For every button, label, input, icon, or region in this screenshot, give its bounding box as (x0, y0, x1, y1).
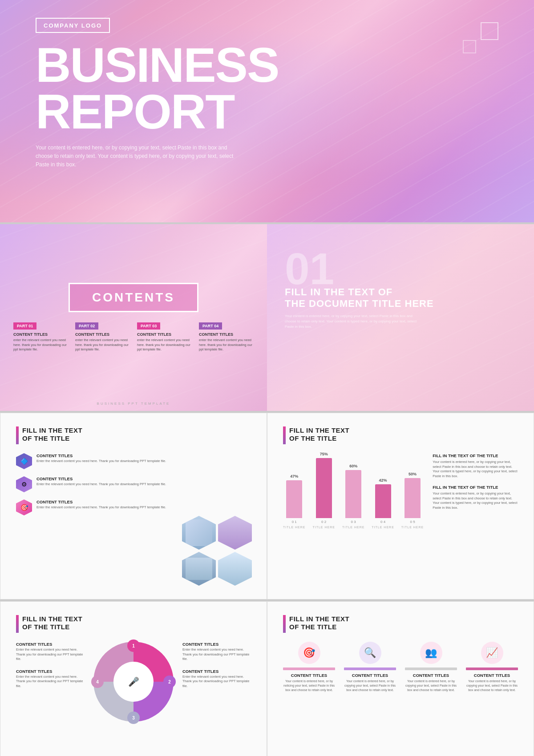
contents-parts: PART 01 CONTENT TITLES enter the relevan… (0, 321, 267, 352)
contents-label: CONTENTS (92, 290, 175, 304)
accent-bar-7 (283, 615, 286, 633)
circle-item-4: CONTENT TITLES Enter the relevant conten… (182, 669, 251, 689)
icon-body-3: Enter the relevant content you need here… (36, 505, 166, 510)
contents-box: CONTENTS (69, 283, 198, 312)
icon-body-1: Enter the relevant content you need here… (36, 459, 166, 464)
bar-fill-2 (316, 458, 332, 518)
chart-area: 47% 0 1 TITLE HERE 75% 0 2 TITLE HERE 60… (283, 453, 518, 533)
icon-hex-1: 🔷 (16, 453, 32, 469)
hex-purple (218, 516, 252, 550)
section01-subtitle: Your content is entered here, or by copy… (285, 314, 418, 330)
part-col-4: PART 04 CONTENT TITLES enter the relevan… (199, 321, 254, 352)
num-badge-3: 3 (127, 712, 140, 724)
part-text-4: enter the relevant content you need here… (199, 338, 254, 352)
circle-item-1: CONTENT TITLES Enter the relevant conten… (16, 642, 85, 662)
accent-bar-6 (16, 615, 19, 633)
icon-row-1: 🔷 CONTENT TITLES Enter the relevant cont… (16, 453, 251, 469)
icon-col-4: 📈 CONTENT TITLES Your content is entered… (466, 642, 518, 692)
slide-icons-hexagons: FILL IN THE TEXT OF THE TITLE 🔷 CONTENT … (0, 413, 267, 599)
hero-subtitle: Your content is entered here, or by copy… (36, 144, 240, 169)
hero-title-line1: BUSINESS (36, 42, 498, 88)
section01-title-line2: THE DOCUMENT TITLE HERE (285, 298, 516, 310)
circle-inner: 🎤 (113, 662, 154, 702)
part-title-1: CONTENT TITLES (13, 332, 68, 337)
accent-bar-4 (16, 426, 19, 444)
hex-bridge (182, 516, 216, 550)
num-badge-4: 4 (91, 676, 104, 688)
part-col-2: PART 02 CONTENT TITLES enter the relevan… (75, 321, 130, 352)
slide-section01: 01 FILL IN THE TEXT OF THE DOCUMENT TITL… (267, 224, 534, 411)
part-text-2: enter the relevant content you need here… (75, 338, 130, 352)
bar-chart: 47% 0 1 TITLE HERE 75% 0 2 TITLE HERE 60… (283, 453, 424, 533)
corner-square-2 (463, 40, 476, 53)
icon-body-2: Enter the relevant content you need here… (36, 482, 166, 487)
slide-bar-chart: FILL IN THE TEXT OF THE TITLE 47% 0 1 TI… (267, 413, 534, 599)
icon-col-bar-4 (466, 668, 518, 670)
company-logo-text: COMPANY LOGO (44, 22, 102, 29)
round-icon-2: 🔍 (359, 642, 381, 664)
hero-title: BUSINESS REPORT (36, 42, 498, 135)
slide6-heading: FILL IN THE TEXT OF THE TITLE (22, 615, 82, 631)
circle-item-2: CONTENT TITLES Enter the relevant conten… (182, 642, 251, 662)
part-col-1: PART 01 CONTENT TITLES enter the relevan… (13, 321, 68, 352)
circle-outer: 🎤 (93, 642, 174, 722)
circle-right-items: CONTENT TITLES Enter the relevant conten… (182, 642, 251, 722)
bar-4: 42% 0 4 TITLE HERE (372, 478, 394, 529)
circle-left-items: CONTENT TITLES Enter the relevant conten… (16, 642, 85, 722)
icon-title-1: CONTENT TITLES (36, 453, 166, 458)
icon-row-2: ⚙ CONTENT TITLES Enter the relevant cont… (16, 476, 251, 492)
icon-title-3: CONTENT TITLES (36, 499, 166, 504)
bar-fill-5 (405, 478, 421, 518)
section01-title-line1: FILL IN THE TEXT OF (285, 286, 516, 298)
slide-circle-diagram: FILL IN THE TEXT OF THE TITLE CONTENT TI… (0, 601, 267, 756)
slide4-header: FILL IN THE TEXT OF THE TITLE (16, 426, 251, 444)
part-text-3: enter the relevant content you need here… (137, 338, 192, 352)
accent-bar-5 (283, 426, 286, 444)
part-text-1: enter the relevant content you need here… (13, 338, 68, 352)
section-number: 01 (285, 246, 516, 291)
slide-icon-grid: FILL IN THE TEXT OF THE TITLE 🎯 CONTENT … (267, 601, 534, 756)
slide5-heading: FILL IN THE TEXT OF THE TITLE (289, 426, 349, 442)
corner-square-1 (481, 22, 498, 40)
icon-grid-7: 🎯 CONTENT TITLES Your content is entered… (283, 642, 518, 692)
slide-contents: CONTENTS PART 01 CONTENT TITLES enter th… (0, 224, 267, 411)
part-badge-3: PART 03 (137, 322, 160, 330)
circle-diagram: 🎤 1 2 3 4 (93, 642, 174, 722)
icon-hex-3: 🎯 (16, 499, 32, 515)
bar-2: 75% 0 2 TITLE HERE (312, 452, 335, 529)
slide4-heading: FILL IN THE TEXT OF THE TITLE (22, 426, 82, 442)
circle-item-3: CONTENT TITLES Enter the relevant conten… (16, 669, 85, 689)
hero-title-line2: REPORT (36, 88, 498, 135)
slide7-heading: FILL IN THE TEXT OF THE TITLE (289, 615, 349, 631)
icon-col-1: 🎯 CONTENT TITLES Your content is entered… (283, 642, 335, 692)
bar-fill-3 (345, 470, 361, 518)
slide-hero: COMPANY LOGO BUSINESS REPORT Your conten… (0, 0, 534, 222)
part-title-3: CONTENT TITLES (137, 332, 192, 337)
chart-text-1: FILL IN THE TEXT OF THE TITLE Your conte… (433, 453, 518, 479)
part-badge-2: PART 02 (75, 322, 98, 330)
bar-3: 60% 0 3 TITLE HERE (342, 464, 364, 529)
slide7-header: FILL IN THE TEXT OF THE TITLE (283, 615, 518, 633)
circle-layout: CONTENT TITLES Enter the relevant conten… (16, 642, 251, 722)
num-badge-1: 1 (127, 639, 140, 652)
icon-col-bar-2 (344, 668, 396, 670)
section01-title: FILL IN THE TEXT OF THE DOCUMENT TITLE H… (285, 286, 516, 310)
row-icons-chart: FILL IN THE TEXT OF THE TITLE 🔷 CONTENT … (0, 413, 534, 599)
icon-col-bar-1 (283, 668, 335, 670)
chart-text-2: FILL IN THE TEXT OF THE TITLE Your conte… (433, 485, 518, 510)
icon-hex-2: ⚙ (16, 476, 32, 492)
hex-city (182, 552, 216, 586)
round-icon-3: 👥 (420, 642, 442, 664)
icon-col-2: 🔍 CONTENT TITLES Your content is entered… (344, 642, 396, 692)
icon-list-4: 🔷 CONTENT TITLES Enter the relevant cont… (16, 453, 251, 515)
bar-fill-4 (375, 484, 391, 518)
part-col-3: PART 03 CONTENT TITLES enter the relevan… (137, 321, 192, 352)
icon-row-3: 🎯 CONTENT TITLES Enter the relevant cont… (16, 499, 251, 515)
icon-col-bar-3 (405, 668, 457, 670)
icon-title-2: CONTENT TITLES (36, 476, 166, 481)
bar-5: 50% 0 5 TITLE HERE (401, 472, 424, 529)
num-badge-2: 2 (163, 676, 176, 688)
company-logo-box: COMPANY LOGO (36, 18, 110, 33)
part-badge-1: PART 01 (13, 322, 36, 330)
bar-fill-1 (286, 480, 302, 518)
